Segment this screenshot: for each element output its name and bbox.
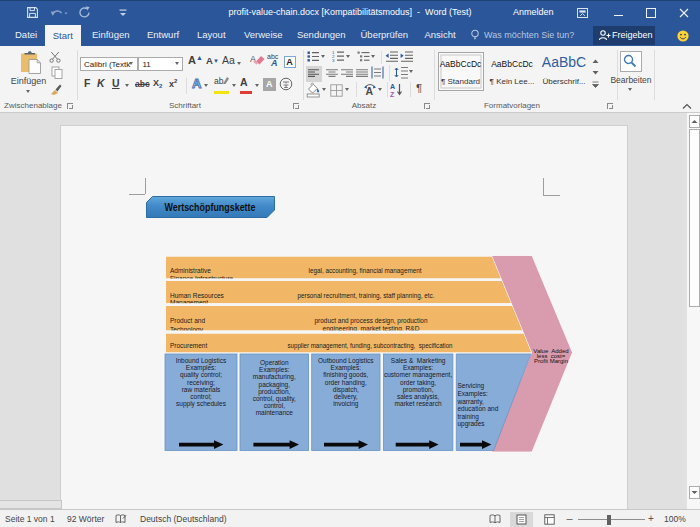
svg-text:Product and: Product and <box>170 317 205 324</box>
svg-text:supply schedules: supply schedules <box>176 400 227 408</box>
svg-text:Finance Infrastructure: Finance Infrastructure <box>170 275 234 282</box>
svg-text:personal recruitment, training: personal recruitment, training, staff pl… <box>298 292 435 300</box>
svg-text:A: A <box>192 76 202 90</box>
svg-text:3: 3 <box>332 58 335 62</box>
svg-text:Technology: Technology <box>170 326 204 334</box>
svg-text:A: A <box>390 83 395 90</box>
svg-text:maintenance: maintenance <box>256 409 294 416</box>
svg-text:supplier management, funding,: supplier management, funding, subcontrac… <box>288 342 453 350</box>
svg-text:control,: control, <box>264 402 286 409</box>
svg-text:product and process design, pr: product and process design, production <box>315 317 428 325</box>
svg-text:Z: Z <box>390 91 395 98</box>
svg-text:Wertschöpfungskette: Wertschöpfungskette <box>165 202 256 213</box>
svg-text:raw materials: raw materials <box>182 386 221 393</box>
svg-text:Profit Margin: Profit Margin <box>534 358 568 364</box>
svg-text:Procurement: Procurement <box>170 342 207 349</box>
svg-text:invoicing: invoicing <box>333 400 359 408</box>
svg-text:control;: control; <box>190 393 212 400</box>
svg-text:education and: education and <box>458 405 499 412</box>
svg-text:engineering, market testing, R: engineering, market testing, R&D <box>323 325 420 333</box>
svg-text:legal, accounting, financial m: legal, accounting, financial management <box>309 267 422 275</box>
svg-text:upgrades: upgrades <box>458 420 486 428</box>
svg-text:market research: market research <box>395 400 442 407</box>
svg-text:Administrative: Administrative <box>170 267 211 274</box>
svg-text:Human Resources: Human Resources <box>170 292 225 299</box>
